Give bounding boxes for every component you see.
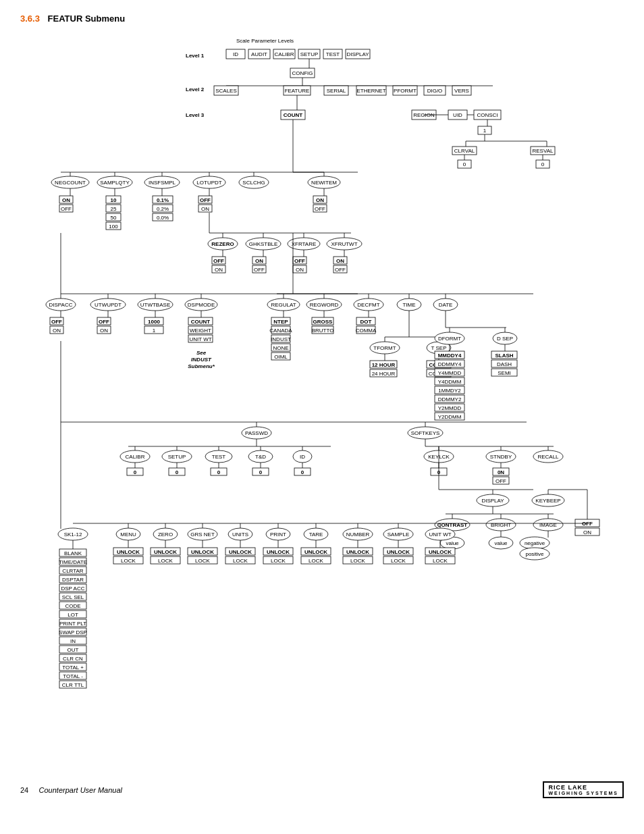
scale-param-label: Scale Parameter Levels — [236, 38, 294, 44]
text-dispacc-off: OFF — [51, 319, 62, 325]
text-y2ddmm: Y2DDMM — [438, 414, 462, 420]
text-indust-label: INDUST — [191, 357, 212, 363]
text-lotupdt-off: OFF — [200, 197, 211, 203]
text-test-l1: TEST — [326, 51, 340, 57]
text-xfrutwt-on: ON — [336, 258, 344, 264]
text-grsnet: GRS NET — [190, 531, 215, 538]
diagram-svg: text { font-family: Arial, Helvetica, sa… — [20, 30, 628, 773]
text-xfrutwt: XFRUTWT — [331, 241, 357, 247]
text-regulat-canada: CANADA — [269, 328, 292, 334]
text-menu: MENU — [120, 531, 136, 538]
text-dspacc2: DSP ACC — [61, 585, 85, 592]
text-lotupdt: LOTUPDT — [196, 180, 221, 186]
text-dispacc-on: ON — [53, 328, 61, 334]
text-clrval-zero: 0 — [463, 161, 466, 167]
text-utwtbase-1: 1 — [153, 328, 156, 334]
text-dsptar: DSPTAR — [62, 577, 84, 583]
text-code: CODE — [65, 603, 80, 609]
text-newitem-off: OFF — [315, 206, 325, 212]
text-resval-zero: 0 — [541, 161, 545, 167]
text-image-negative: negative — [525, 540, 545, 546]
text-unitwt: UNIT WT — [429, 531, 451, 538]
text-contrast: CONTRAST — [437, 522, 468, 528]
text-tsep: T SEP — [431, 345, 447, 351]
text-sample-unlock: UNLOCK — [387, 549, 410, 555]
text-passwd-test: TEST — [212, 454, 226, 460]
text-ghkstble: GHKSTBLE — [249, 241, 278, 247]
text-newitem-on: ON — [316, 197, 324, 203]
text-rezero: REZERO — [211, 241, 234, 247]
logo-line1: RICE LAKE — [548, 784, 618, 791]
text-insfsmpl-02: 0.2% — [157, 206, 169, 212]
text-negcount-on: ON — [62, 197, 70, 203]
text-in: IN — [70, 638, 76, 644]
text-lotupdt-on: ON — [201, 206, 209, 212]
text-regulat: REGULAT — [271, 302, 296, 308]
level1-label: Level 1 — [186, 53, 205, 59]
level3-label: Level 3 — [186, 112, 205, 118]
logo-line2: WEIGHING SYSTEMS — [548, 791, 618, 796]
text-ghkstble-off: OFF — [254, 267, 265, 273]
text-submenu-label: Submenu* — [188, 363, 215, 369]
text-negcount: NEGCOUNT — [55, 180, 86, 186]
text-regulat-ntep: NTEP — [273, 319, 288, 325]
text-lot: LOT — [68, 612, 78, 618]
text-stndby-off: OFF — [495, 478, 506, 484]
text-unitwt-lock: LOCK — [433, 558, 448, 564]
text-insfsmpl-01: 0.1% — [157, 197, 169, 203]
text-samplqty-25: 25 — [111, 206, 117, 212]
text-totalminus: TOTAL - — [63, 673, 83, 679]
text-regulat-none: NONE — [273, 345, 288, 351]
text-passwd-setup-0: 0 — [176, 469, 179, 475]
text-passwd-id: ID — [300, 454, 305, 460]
text-samplqty: SAMPLQTY — [100, 180, 130, 186]
text-mmddy4: MMDDY4 — [438, 353, 462, 359]
text-dformt: DFORMT — [438, 336, 461, 342]
text-region: REGION — [413, 112, 435, 118]
text-keybeep-off: OFF — [582, 521, 593, 527]
text-passwd-tad: T&D — [255, 454, 266, 460]
text-scales: SCALES — [215, 88, 237, 94]
text-tformt: TFORMT — [373, 345, 396, 351]
text-unitwt-unlock: UNLOCK — [429, 549, 452, 555]
text-keybeep: KEYBEEP — [535, 498, 560, 504]
text-utwupdt-on: ON — [100, 328, 108, 334]
text-print: PRINT — [270, 531, 286, 538]
text-clrtar: CLRTAR — [62, 568, 83, 574]
text-resval: RESVAL — [533, 148, 554, 154]
text-passwd-tad-0: 0 — [259, 469, 263, 475]
text-insfsmpl-00: 0.0% — [157, 215, 169, 221]
text-24hour: 24 HOUR — [372, 371, 396, 377]
text-decfmt: DECFMT — [357, 302, 379, 308]
text-pformt: PFORMT — [394, 88, 417, 94]
text-count-l3: COUNT — [284, 112, 303, 118]
text-zero: ZERO — [158, 531, 173, 538]
diagram-container: text { font-family: Arial, Helvetica, sa… — [20, 30, 628, 775]
text-utwupdt-off: OFF — [99, 319, 109, 325]
text-xfrutwt-off: OFF — [335, 267, 346, 273]
text-config: CONFIG — [292, 70, 313, 76]
text-samplqty-50: 50 — [111, 215, 117, 221]
page-number: 24 — [20, 786, 28, 794]
text-units-lock: LOCK — [233, 558, 248, 564]
text-ethernet: ETHERNET — [356, 88, 385, 94]
text-samplqty-100: 100 — [109, 224, 118, 230]
text-id-l1: ID — [233, 51, 238, 57]
text-regulat-indust: INDUST — [271, 336, 291, 342]
text-image-positive: positive — [525, 551, 544, 557]
text-sample: SAMPLE — [387, 531, 409, 538]
text-one: 1 — [483, 128, 487, 134]
text-passwd-calibr: CALIBR — [126, 454, 145, 460]
text-passwd-calibr-0: 0 — [134, 469, 137, 475]
logo-box: RICE LAKE WEIGHING SYSTEMS — [543, 781, 624, 798]
text-sample-lock: LOCK — [391, 558, 406, 564]
text-xfrtare-off: OFF — [294, 258, 305, 264]
text-utwtbase-1000: 1000 — [148, 319, 160, 325]
text-see-indust: See — [196, 350, 207, 356]
text-ghkstble-on: ON — [255, 258, 263, 264]
text-passwd-id-0: 0 — [301, 469, 304, 475]
text-out: OUT — [68, 647, 79, 653]
text-vers: VERS — [454, 88, 469, 94]
text-dsep: D SEP — [497, 336, 513, 342]
page-footer: 24 Counterpart User Manual RICE LAKE WEI… — [20, 781, 624, 798]
